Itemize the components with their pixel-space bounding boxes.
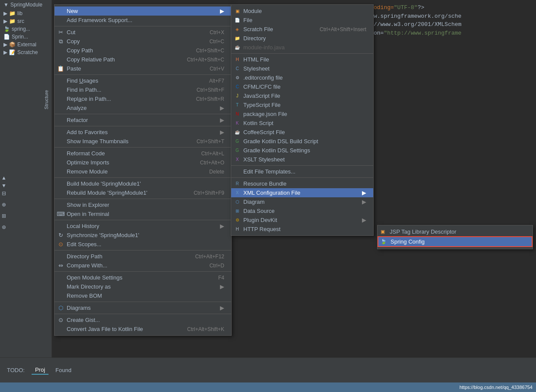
filter-icon[interactable]: ⊟ (2, 190, 6, 196)
sidebar-item-external[interactable]: ▶ 📦 External (0, 41, 52, 48)
sidebar-item-scratch[interactable]: ▶ 📝 Scratche (0, 48, 52, 56)
xml-config-arrow: ▶ (362, 190, 366, 196)
menu-item-find-usages[interactable]: Find Usages Alt+F7 (55, 76, 231, 85)
menu-item-remove-module[interactable]: Remove Module Delete (55, 167, 231, 176)
menu-item-copy-relative-path[interactable]: Copy Relative Path Ctrl+Alt+Shift+C (55, 55, 231, 64)
xml-spring-item[interactable]: 🍃 Spring Config (378, 236, 533, 247)
menu-item-add-framework[interactable]: Add Framework Support... (55, 16, 231, 25)
new-edit-templates-item[interactable]: Edit File Templates... (231, 167, 373, 176)
menu-item-copy-path[interactable]: Copy Path Ctrl+Shift+C (55, 46, 231, 55)
menu-item-diagrams[interactable]: ⬡ Diagrams ▶ (55, 303, 231, 312)
menu-item-dir-path[interactable]: Directory Path Ctrl+Alt+F12 (55, 252, 231, 261)
css-icon: C (234, 65, 241, 72)
new-http-item[interactable]: H HTTP Request (231, 225, 373, 234)
menu-item-analyze-label: Analyze (67, 105, 87, 111)
new-gradle-build-label: Gradle Kotlin DSL Build Script (243, 138, 318, 145)
separator-10 (55, 271, 231, 272)
settings-icon[interactable]: ⊕ (2, 202, 6, 208)
new-kotlin-item[interactable]: K Kotlin Script (231, 119, 373, 128)
menu-item-open-terminal[interactable]: ⌨ Open in Terminal (55, 209, 231, 218)
sidebar-item-src[interactable]: ▶ 📁 src (0, 17, 52, 25)
menu-item-build-module[interactable]: Build Module 'SpringModule1' (55, 179, 231, 188)
tab-found[interactable]: Found (52, 366, 75, 374)
menu-item-convert-kotlin[interactable]: Convert Java File to Kotlin File Ctrl+Al… (55, 325, 231, 334)
new-js-item[interactable]: J JavaScript File (231, 91, 373, 100)
menu-item-local-history[interactable]: Local History ▶ (55, 222, 231, 231)
new-css-item[interactable]: C Stylesheet (231, 64, 373, 73)
menu-item-remove-bom[interactable]: Remove BOM (55, 291, 231, 300)
menu-item-compare[interactable]: ⇔ Compare With... Ctrl+D (55, 261, 231, 270)
rebuild-shortcut: Ctrl+Shift+F9 (185, 190, 224, 196)
new-scratch-item[interactable]: ◈ Scratch File Ctrl+Alt+Shift+Insert (231, 25, 373, 34)
new-resource-item[interactable]: R Resource Bundle (231, 179, 373, 188)
new-html-item[interactable]: H HTML File (231, 55, 373, 64)
new-gradle-build-item[interactable]: G Gradle Kotlin DSL Build Script (231, 137, 373, 146)
scratch-icon: 📝 (9, 49, 16, 55)
menu-item-optimize[interactable]: Optimize Imports Ctrl+Alt+O (55, 158, 231, 167)
menu-item-paste[interactable]: 📋 Paste Ctrl+V (55, 64, 231, 73)
submenu-xml: ▣ JSP Tag Library Descriptor 🍃 Spring Co… (377, 225, 533, 249)
grid-icon[interactable]: ⊞ (2, 213, 6, 219)
menu-item-synchronize[interactable]: ↻ Synchronize 'SpringModule1' (55, 231, 231, 240)
menu-item-analyze[interactable]: Analyze ▶ (55, 103, 231, 112)
sidebar-item-springfile[interactable]: 📄 Sprin... (0, 33, 52, 41)
reformat-icon (57, 150, 64, 157)
tab-project[interactable]: Proj (32, 366, 48, 375)
new-directory-item[interactable]: 📁 Directory (231, 34, 373, 43)
new-file-item[interactable]: 📄 File (231, 16, 373, 25)
gradle-settings-icon: G (234, 147, 241, 154)
menu-item-mark-dir[interactable]: Mark Directory as ▶ (55, 282, 231, 291)
new-datasource-item[interactable]: ⊞ Data Source (231, 206, 373, 215)
menu-item-reformat[interactable]: Reformat Code Ctrl+Alt+L (55, 149, 231, 158)
down-arrow[interactable]: ▼ (1, 183, 6, 189)
new-coffee-item[interactable]: ☕ CoffeeScript File (231, 128, 373, 137)
new-dir-label: Directory (243, 35, 266, 42)
menu-item-add-favorites[interactable]: Add to Favorites ▶ (55, 128, 231, 137)
new-gradle-settings-item[interactable]: G Gradle Kotlin DSL Settings (231, 146, 373, 155)
scratch-label: Scratche (17, 49, 38, 55)
menu-item-refactor[interactable]: Refactor ▶ (55, 116, 231, 125)
convert-shortcut: Ctrl+Alt+Shift+K (178, 326, 224, 332)
code-line-1: oding="UTF-8"?> (374, 3, 533, 12)
reformat-shortcut: Ctrl+Alt+L (193, 151, 224, 157)
menu-item-replace-in-path[interactable]: Replace in Path... Ctrl+Shift+R (55, 94, 231, 103)
menu-item-find-path-label: Find in Path... (67, 87, 101, 93)
history-icon (57, 223, 64, 230)
new-cfml-item[interactable]: C CFML/CFC file (231, 82, 373, 91)
menu-item-new[interactable]: New ▶ (55, 6, 231, 16)
up-arrow[interactable]: ▲ (1, 175, 6, 181)
new-diagram-item[interactable]: ⬡ Diagram ▶ (231, 197, 373, 206)
new-xml-config-item[interactable]: X XML Configuration File ▶ (231, 188, 373, 197)
menu-item-find-in-path[interactable]: Find in Path... Ctrl+Shift+F (55, 85, 231, 94)
menu-item-thumbnails[interactable]: Show Image Thumbnails Ctrl+Shift+T (55, 137, 231, 146)
separator-2 (55, 74, 231, 75)
module-info-label: module-info.java (243, 44, 284, 51)
new-xml-config-label: XML Configuration File (243, 190, 300, 196)
menu-item-show-explorer[interactable]: Show in Explorer (55, 200, 231, 209)
diagrams-arrow: ▶ (220, 305, 224, 311)
menu-item-thumbnails-label: Show Image Thumbnails (67, 138, 129, 145)
new-editorconfig-item[interactable]: ⚙ .editorconfig file (231, 73, 373, 82)
new-package-json-item[interactable]: N package.json File (231, 109, 373, 119)
menu-item-terminal-label: Open in Terminal (67, 211, 109, 217)
status-url: https://blog.csdn.net/qq_43386754 (459, 385, 533, 390)
new-ts-item[interactable]: T TypeScript File (231, 100, 373, 109)
menu-item-rebuild-module[interactable]: Rebuild Module 'SpringModule1' Ctrl+Shif… (55, 188, 231, 197)
menu-item-paste-label: Paste (67, 65, 81, 72)
new-plugin-item[interactable]: ⚙ Plugin DevKit ▶ (231, 215, 373, 225)
new-xslt-item[interactable]: X XSLT Stylesheet (231, 155, 373, 164)
xml-jsp-item[interactable]: ▣ JSP Tag Library Descriptor (378, 227, 533, 236)
new-module-item[interactable]: ▣ Module (231, 6, 373, 16)
sidebar-item-lib[interactable]: ▶ 📁 lib (0, 10, 52, 17)
tab-todo[interactable]: TODO: (3, 366, 28, 374)
menu-item-copy[interactable]: ⧉ Copy Ctrl+C (55, 37, 231, 46)
menu-item-module-settings[interactable]: Open Module Settings F4 (55, 273, 231, 282)
menu-item-gist[interactable]: ⊙ Create Gist... (55, 315, 231, 325)
copy-rel-shortcut: Ctrl+Alt+Shift+C (178, 57, 224, 63)
bookmark-icon[interactable]: ⊛ (2, 224, 6, 230)
separator-9 (55, 250, 231, 251)
structure-button[interactable]: Structure (43, 88, 50, 111)
sidebar-item-spring[interactable]: 🍃 spring... (0, 25, 52, 33)
menu-item-cut[interactable]: ✂ Cut Ctrl+X (55, 28, 231, 37)
menu-item-edit-scopes[interactable]: ⊙ Edit Scopes... (55, 240, 231, 249)
